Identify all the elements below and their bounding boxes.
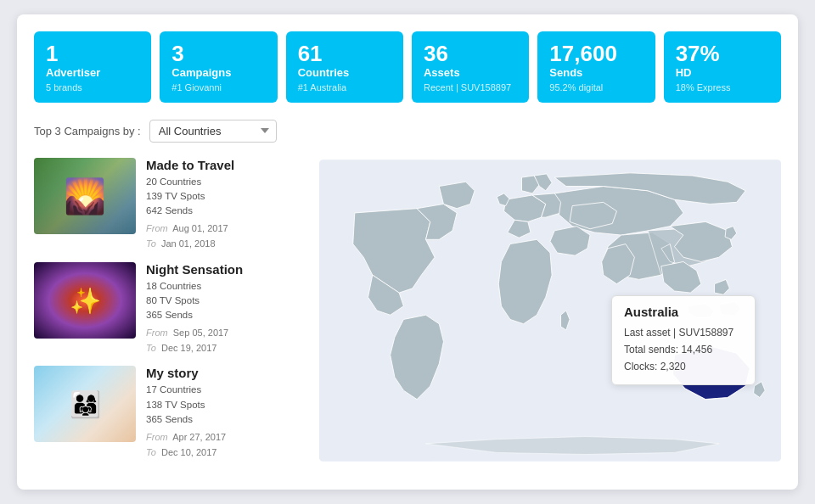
campaign-thumb-my-story bbox=[34, 366, 136, 442]
tooltip-total-sends: Total sends: 14,456 bbox=[624, 341, 743, 358]
stat-sublabel-sends: 95.2% digital bbox=[549, 82, 643, 92]
main-content: Made to Travel 20 Countries139 TV Spots6… bbox=[34, 158, 781, 463]
stat-number-campaigns: 3 bbox=[171, 42, 265, 66]
campaign-info-made-to-travel: Made to Travel 20 Countries139 TV Spots6… bbox=[146, 158, 306, 252]
tooltip-last-asset: Last asset | SUV158897 bbox=[624, 324, 743, 341]
tooltip-country: Australia bbox=[624, 305, 743, 319]
stat-sublabel-campaigns: #1 Giovanni bbox=[171, 82, 265, 92]
map-area: Australia Last asset | SUV158897 Total s… bbox=[319, 158, 781, 463]
filter-label: Top 3 Campaigns by : bbox=[34, 125, 141, 137]
campaign-info-night-sensation: Night Sensation 18 Countries80 TV Spots3… bbox=[146, 262, 306, 356]
campaign-detail-my-story: 17 Countries138 TV Spots365 Sends bbox=[146, 383, 306, 427]
stat-number-countries: 61 bbox=[298, 42, 391, 66]
stat-cards-row: 1 Advertiser 5 brands 3 Campaigns #1 Gio… bbox=[34, 31, 781, 103]
stat-number-sends: 17,600 bbox=[549, 42, 643, 66]
campaign-thumb-made-to-travel bbox=[34, 158, 136, 234]
stat-number-assets: 36 bbox=[424, 42, 517, 66]
campaign-detail-night-sensation: 18 Countries80 TV Spots365 Sends bbox=[146, 279, 306, 323]
stat-number-hd: 37% bbox=[676, 42, 769, 66]
stat-label-hd: HD bbox=[676, 66, 769, 79]
tooltip-clocks: Clocks: 2,320 bbox=[624, 358, 743, 375]
campaign-item-made-to-travel[interactable]: Made to Travel 20 Countries139 TV Spots6… bbox=[34, 158, 306, 252]
stat-card-assets: 36 Assets Recent | SUV158897 bbox=[412, 31, 529, 103]
campaign-item-my-story[interactable]: My story 17 Countries138 TV Spots365 Sen… bbox=[34, 366, 306, 460]
stat-card-sends: 17,600 Sends 95.2% digital bbox=[537, 31, 655, 103]
campaign-dates-night-sensation: From Sep 05, 2017 To Dec 19, 2017 bbox=[146, 326, 306, 356]
dashboard: 1 Advertiser 5 brands 3 Campaigns #1 Gio… bbox=[17, 14, 798, 490]
country-filter-select[interactable]: All CountriesAustraliaUSAUKFrance bbox=[149, 120, 277, 143]
stat-label-countries: Countries bbox=[298, 66, 391, 79]
campaign-title-my-story: My story bbox=[146, 366, 306, 380]
campaign-item-night-sensation[interactable]: Night Sensation 18 Countries80 TV Spots3… bbox=[34, 262, 306, 356]
campaign-thumb-night-sensation bbox=[34, 262, 136, 339]
stat-sublabel-hd: 18% Express bbox=[676, 82, 769, 92]
campaign-dates-my-story: From Apr 27, 2017 To Dec 10, 2017 bbox=[146, 430, 306, 460]
stat-label-sends: Sends bbox=[549, 66, 643, 79]
campaign-dates-made-to-travel: From Aug 01, 2017 To Jan 01, 2018 bbox=[146, 221, 306, 251]
campaign-list: Made to Travel 20 Countries139 TV Spots6… bbox=[34, 158, 306, 463]
stat-card-countries: 61 Countries #1 Australia bbox=[286, 31, 403, 103]
australia-tooltip: Australia Last asset | SUV158897 Total s… bbox=[611, 295, 756, 385]
campaign-detail-made-to-travel: 20 Countries139 TV Spots642 Sends bbox=[146, 175, 306, 219]
filter-row: Top 3 Campaigns by : All CountriesAustra… bbox=[34, 120, 781, 143]
stat-label-campaigns: Campaigns bbox=[171, 66, 265, 79]
stat-label-advertiser: Advertiser bbox=[46, 66, 139, 79]
stat-sublabel-countries: #1 Australia bbox=[298, 82, 391, 92]
stat-number-advertiser: 1 bbox=[46, 42, 139, 66]
stat-card-campaigns: 3 Campaigns #1 Giovanni bbox=[160, 31, 277, 103]
campaign-title-night-sensation: Night Sensation bbox=[146, 262, 306, 277]
campaign-info-my-story: My story 17 Countries138 TV Spots365 Sen… bbox=[146, 366, 306, 460]
stat-card-hd: 37% HD 18% Express bbox=[664, 31, 781, 103]
stat-card-advertiser: 1 Advertiser 5 brands bbox=[34, 31, 151, 103]
stat-sublabel-assets: Recent | SUV158897 bbox=[424, 82, 517, 92]
campaign-title-made-to-travel: Made to Travel bbox=[146, 158, 306, 172]
stat-label-assets: Assets bbox=[424, 66, 517, 79]
stat-sublabel-advertiser: 5 brands bbox=[46, 82, 139, 92]
